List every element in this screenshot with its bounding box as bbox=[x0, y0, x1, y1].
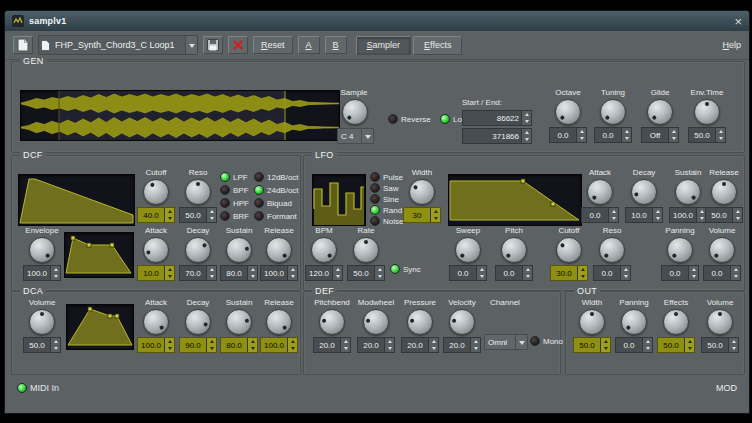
release-knob[interactable] bbox=[266, 237, 292, 263]
width-spinbox[interactable]: 30 bbox=[403, 207, 441, 223]
mono-radio[interactable]: Mono bbox=[530, 336, 563, 346]
spin-up-icon[interactable] bbox=[471, 338, 480, 345]
spin-up-icon[interactable] bbox=[375, 266, 384, 273]
bpf-led[interactable] bbox=[220, 185, 230, 195]
spin-down-icon[interactable] bbox=[669, 135, 678, 142]
spin-down-icon[interactable] bbox=[578, 273, 587, 280]
knob-dcf-attack[interactable]: Attack10.0 bbox=[136, 226, 176, 281]
spin-up-icon[interactable] bbox=[431, 208, 440, 215]
knob-rate[interactable]: Rate50.0 bbox=[346, 226, 386, 281]
spin-down-icon[interactable] bbox=[621, 273, 630, 280]
bpm-spinbox[interactable]: 120.0 bbox=[305, 265, 343, 281]
pulse-radio[interactable]: Pulse bbox=[370, 172, 403, 182]
velocity-knob[interactable] bbox=[449, 309, 475, 335]
new-preset-button[interactable] bbox=[13, 36, 33, 54]
decay-knob[interactable] bbox=[185, 309, 211, 335]
attack-knob[interactable] bbox=[143, 237, 169, 263]
attack-spinbox[interactable]: 100.0 bbox=[137, 337, 175, 353]
lpf-led[interactable] bbox=[220, 172, 230, 182]
spin-down-icon[interactable] bbox=[609, 215, 618, 222]
knob-dcf-release[interactable]: Release100.0 bbox=[259, 226, 299, 281]
brf-radio[interactable]: BRF bbox=[220, 211, 249, 221]
spin-down-icon[interactable] bbox=[51, 345, 60, 352]
spin-up-icon[interactable] bbox=[429, 338, 438, 345]
knob-reso[interactable]: Reso50.0 bbox=[178, 168, 218, 223]
release-spinbox[interactable]: 50.0 bbox=[705, 207, 743, 223]
filter-curve-display[interactable] bbox=[18, 174, 135, 226]
decay-spinbox[interactable]: 70.0 bbox=[179, 265, 217, 281]
spin-arrows[interactable] bbox=[642, 338, 652, 352]
tuning-spinbox[interactable]: 0.0 bbox=[594, 127, 632, 143]
spin-up-icon[interactable] bbox=[333, 266, 342, 273]
tab-sampler[interactable]: Sampler bbox=[356, 36, 412, 55]
cutoff-spinbox[interactable]: 30.0 bbox=[550, 265, 588, 281]
cutoff-spinbox[interactable]: 40.0 bbox=[137, 207, 175, 223]
spin-down-icon[interactable] bbox=[577, 135, 586, 142]
decay-spinbox[interactable]: 10.0 bbox=[625, 207, 663, 223]
bpm-knob[interactable] bbox=[311, 237, 337, 263]
spin-down-icon[interactable] bbox=[733, 215, 742, 222]
dcf-envelope-display[interactable] bbox=[64, 232, 134, 278]
spin-down-icon[interactable] bbox=[716, 135, 725, 142]
effects-spinbox[interactable]: 50.0 bbox=[657, 337, 695, 353]
sweep-knob[interactable] bbox=[455, 237, 481, 263]
formant-led[interactable] bbox=[254, 211, 264, 221]
pitchbend-spinbox[interactable]: 20.0 bbox=[313, 337, 351, 353]
spin-down-icon[interactable] bbox=[165, 273, 174, 280]
title-bar[interactable]: samplv1 × bbox=[5, 11, 749, 31]
knob-dca-decay[interactable]: Decay90.0 bbox=[178, 298, 218, 353]
spin-arrows[interactable] bbox=[164, 208, 174, 222]
knob-out-width[interactable]: Width50.0 bbox=[572, 298, 612, 353]
knob-lfo-sustain[interactable]: Sustain100.0 bbox=[668, 168, 708, 223]
spin-arrows[interactable] bbox=[521, 111, 531, 125]
spin-down-icon[interactable] bbox=[207, 273, 216, 280]
spin-arrows[interactable] bbox=[652, 208, 662, 222]
spin-arrows[interactable] bbox=[668, 128, 678, 142]
spin-up-icon[interactable] bbox=[601, 338, 610, 345]
knob-dca-attack[interactable]: Attack100.0 bbox=[136, 298, 176, 353]
env-time-knob[interactable] bbox=[694, 99, 720, 125]
volume-spinbox[interactable]: 50.0 bbox=[23, 337, 61, 353]
decay-knob[interactable] bbox=[185, 237, 211, 263]
panning-knob[interactable] bbox=[667, 237, 693, 263]
knob-dcf-sustain[interactable]: Sustain80.0 bbox=[219, 226, 259, 281]
formant-radio[interactable]: Formant bbox=[254, 211, 297, 221]
knob-env-time[interactable]: Env.Time50.0 bbox=[687, 88, 727, 143]
release-spinbox[interactable]: 100.0 bbox=[260, 337, 298, 353]
spin-up-icon[interactable] bbox=[653, 208, 662, 215]
spin-up-icon[interactable] bbox=[609, 208, 618, 215]
delete-preset-button[interactable] bbox=[228, 36, 248, 54]
spin-up-icon[interactable] bbox=[207, 266, 216, 273]
spin-up-icon[interactable] bbox=[621, 266, 630, 273]
width-spinbox[interactable]: 50.0 bbox=[573, 337, 611, 353]
saw-radio[interactable]: Saw bbox=[370, 183, 399, 193]
pitch-knob[interactable] bbox=[501, 237, 527, 263]
reso-spinbox[interactable]: 0.0 bbox=[593, 265, 631, 281]
pitch-spinbox[interactable]: 0.0 bbox=[495, 265, 533, 281]
knob-velocity[interactable]: Velocity20.0 bbox=[442, 298, 482, 353]
help-button[interactable]: Help bbox=[722, 40, 741, 50]
attack-knob[interactable] bbox=[143, 309, 169, 335]
spin-up-icon[interactable] bbox=[733, 208, 742, 215]
knob-dcf-envelope[interactable]: Envelope100.0 bbox=[22, 226, 62, 281]
sustain-spinbox[interactable]: 80.0 bbox=[220, 265, 258, 281]
spin-up-icon[interactable] bbox=[207, 338, 216, 345]
spin-up-icon[interactable] bbox=[689, 266, 698, 273]
spin-arrows[interactable] bbox=[577, 266, 587, 280]
spin-arrows[interactable] bbox=[287, 266, 297, 280]
decay-knob[interactable] bbox=[631, 179, 657, 205]
reso-spinbox[interactable]: 50.0 bbox=[179, 207, 217, 223]
knob-dca-release[interactable]: Release100.0 bbox=[259, 298, 299, 353]
spin-arrows[interactable] bbox=[428, 338, 438, 352]
sample-knob[interactable] bbox=[342, 99, 368, 125]
spin-down-icon[interactable] bbox=[288, 273, 297, 280]
saw-led[interactable] bbox=[370, 183, 380, 193]
spin-down-icon[interactable] bbox=[375, 273, 384, 280]
spin-arrows[interactable] bbox=[730, 266, 740, 280]
spin-arrows[interactable] bbox=[374, 266, 384, 280]
rand-led[interactable] bbox=[370, 205, 380, 215]
spin-down-icon[interactable] bbox=[601, 345, 610, 352]
spin-down-icon[interactable] bbox=[689, 273, 698, 280]
spin-up-icon[interactable] bbox=[577, 128, 586, 135]
attack-spinbox[interactable]: 0.0 bbox=[581, 207, 619, 223]
